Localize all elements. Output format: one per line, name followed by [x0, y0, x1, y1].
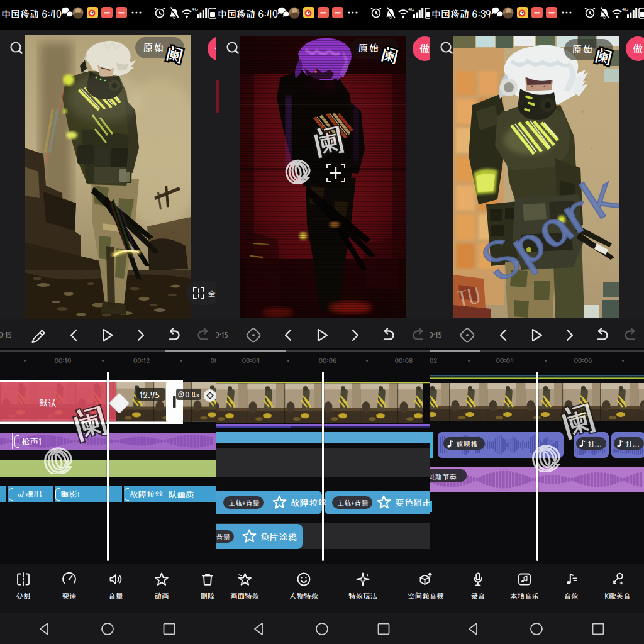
svg-text:阑: 阑 [164, 43, 186, 67]
svg-text:4G: 4G [408, 6, 414, 12]
svg-text:阑: 阑 [67, 399, 113, 448]
svg-text:0:15: 0:15 [0, 331, 12, 339]
svg-text:负片涂鸦: 负片涂鸦 [260, 531, 297, 542]
svg-text:全: 全 [208, 289, 216, 297]
svg-text:打…: 打… [625, 440, 640, 448]
svg-text:贝斯节奏: 贝斯节奏 [430, 472, 457, 480]
svg-text:阑: 阑 [555, 396, 601, 446]
svg-text:@: @ [523, 428, 569, 472]
svg-text:阑: 阑 [592, 45, 614, 69]
svg-text:0.4x: 0.4x [186, 391, 200, 399]
svg-text:阑: 阑 [309, 119, 349, 164]
svg-text:阑: 阑 [379, 43, 401, 67]
svg-text:4G: 4G [622, 6, 628, 12]
svg-text:主轨+背景: 主轨+背景 [216, 533, 230, 541]
svg-text:主轨+背景: 主轨+背景 [337, 499, 369, 507]
svg-text:4G: 4G [192, 6, 198, 12]
svg-text:0:15: 0:15 [430, 331, 442, 339]
svg-text:主轨+背景: 主轨+背景 [228, 499, 260, 507]
svg-text:0:15: 0:15 [216, 331, 228, 339]
svg-text:TU: TU [455, 283, 482, 311]
svg-text:放映机: 放映机 [456, 440, 478, 448]
svg-text:变色狙击打: 变色狙击打 [395, 497, 430, 508]
svg-text:@: @ [279, 146, 317, 186]
svg-text:12.75: 12.75 [140, 390, 160, 400]
svg-text:@: @ [35, 431, 81, 474]
